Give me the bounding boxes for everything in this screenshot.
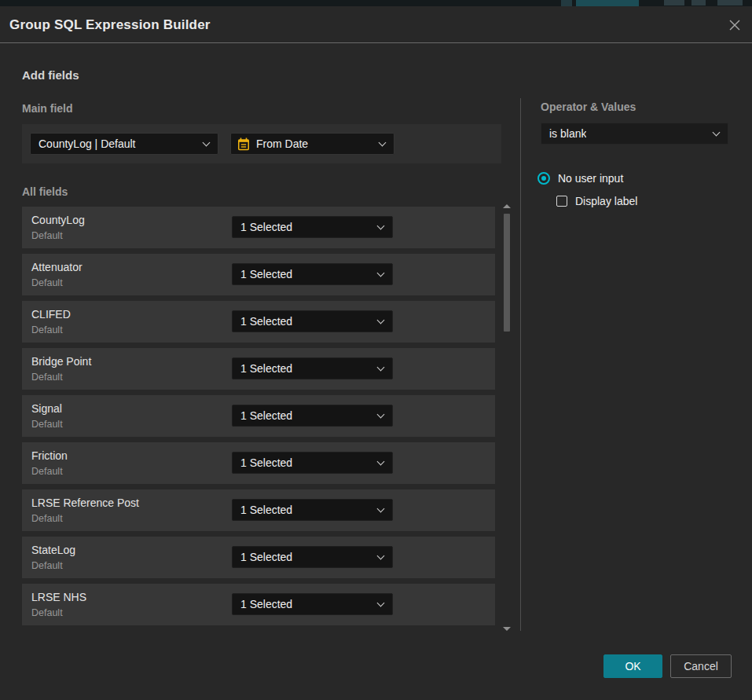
ok-button[interactable]: OK xyxy=(603,654,662,678)
field-row: Friction Default 1 Selected xyxy=(22,442,495,484)
chevron-down-icon xyxy=(379,139,387,147)
add-fields-heading: Add fields xyxy=(22,68,79,82)
field-name: Friction xyxy=(31,449,68,462)
background-fragment xyxy=(576,0,639,6)
chevron-down-icon xyxy=(377,364,385,372)
chevron-down-icon xyxy=(377,411,385,419)
chevron-down-icon xyxy=(377,269,385,277)
chevron-down-icon xyxy=(377,505,385,513)
field-selection-select[interactable]: 1 Selected xyxy=(232,546,393,568)
field-selection-select[interactable]: 1 Selected xyxy=(232,310,393,332)
main-layer-select-value: CountyLog | Default xyxy=(39,137,136,150)
background-app-strip xyxy=(0,0,752,6)
field-default-label: Default xyxy=(31,560,63,571)
field-selection-value: 1 Selected xyxy=(240,409,292,422)
chevron-down-icon xyxy=(377,552,385,560)
dialog-footer: OK Cancel xyxy=(0,654,752,678)
chevron-down-icon xyxy=(713,129,721,137)
all-fields-label: All fields xyxy=(22,185,68,198)
close-icon[interactable] xyxy=(727,17,743,33)
field-name: CLIFED xyxy=(31,308,71,321)
no-user-input-radio[interactable]: No user input xyxy=(537,172,623,185)
field-selection-select[interactable]: 1 Selected xyxy=(232,405,393,427)
background-fragment xyxy=(717,0,743,5)
checkbox-unchecked-icon xyxy=(556,196,567,207)
field-row: StateLog Default 1 Selected xyxy=(22,537,495,578)
fields-scrollbar[interactable] xyxy=(501,203,513,637)
field-default-label: Default xyxy=(31,607,63,618)
chevron-down-icon xyxy=(377,599,385,607)
chevron-down-icon xyxy=(377,222,385,230)
field-default-label: Default xyxy=(31,324,63,335)
operator-values-label: Operator & Values xyxy=(541,101,636,113)
panel-divider xyxy=(520,98,521,631)
field-name: StateLog xyxy=(31,544,75,556)
radio-label: No user input xyxy=(558,172,623,185)
radio-selected-icon xyxy=(537,172,550,185)
scroll-down-icon[interactable] xyxy=(503,627,511,631)
dialog-title: Group SQL Expression Builder xyxy=(9,6,211,43)
field-selection-value: 1 Selected xyxy=(240,598,292,610)
field-row: CLIFED Default 1 Selected xyxy=(22,301,495,343)
main-field-select[interactable]: From Date xyxy=(230,133,394,155)
operator-select-value: is blank xyxy=(549,127,586,140)
field-selection-value: 1 Selected xyxy=(240,268,292,280)
field-selection-select[interactable]: 1 Selected xyxy=(232,357,393,379)
scroll-up-icon[interactable] xyxy=(503,204,511,208)
scrollbar-thumb[interactable] xyxy=(504,214,510,332)
field-name: LRSE NHS xyxy=(31,591,86,603)
field-default-label: Default xyxy=(31,277,63,288)
main-layer-select[interactable]: CountyLog | Default xyxy=(30,133,218,155)
field-selection-select[interactable]: 1 Selected xyxy=(232,499,393,521)
field-default-label: Default xyxy=(31,513,63,524)
background-fragment xyxy=(561,0,572,6)
display-label-checkbox[interactable]: Display label xyxy=(556,195,637,207)
field-selection-value: 1 Selected xyxy=(240,551,292,563)
calendar-icon xyxy=(237,137,250,151)
field-default-label: Default xyxy=(31,372,63,383)
chevron-down-icon xyxy=(377,317,385,324)
field-selection-value: 1 Selected xyxy=(240,221,292,233)
dialog-titlebar: Group SQL Expression Builder xyxy=(0,6,752,43)
field-default-label: Default xyxy=(31,230,63,241)
field-default-label: Default xyxy=(31,419,63,430)
field-name: CountyLog xyxy=(31,214,85,226)
cancel-button[interactable]: Cancel xyxy=(670,654,732,678)
background-fragment xyxy=(664,0,684,5)
main-field-select-value: From Date xyxy=(256,137,308,150)
field-row: LRSE Reference Post Default 1 Selected xyxy=(22,489,495,531)
field-name: LRSE Reference Post xyxy=(31,497,139,509)
field-name: Signal xyxy=(31,402,62,415)
field-row: LRSE NHS Default 1 Selected xyxy=(22,584,495,625)
field-selection-value: 1 Selected xyxy=(240,362,292,375)
main-field-panel: CountyLog | Default From Date xyxy=(22,124,501,163)
field-default-label: Default xyxy=(31,466,63,477)
field-selection-value: 1 Selected xyxy=(240,315,292,328)
checkbox-label: Display label xyxy=(575,195,637,207)
operator-select[interactable]: is blank xyxy=(541,123,728,145)
field-selection-select[interactable]: 1 Selected xyxy=(232,593,393,615)
field-name: Attenuator xyxy=(31,261,83,273)
field-name: Bridge Point xyxy=(31,355,91,368)
field-selection-select[interactable]: 1 Selected xyxy=(232,263,393,285)
field-row: Signal Default 1 Selected xyxy=(22,395,495,437)
chevron-down-icon xyxy=(203,139,211,147)
field-selection-value: 1 Selected xyxy=(240,456,292,469)
main-field-label: Main field xyxy=(22,102,73,115)
chevron-down-icon xyxy=(377,458,385,466)
all-fields-list: CountyLog Default 1 Selected Attenuator … xyxy=(22,207,495,631)
field-row: Attenuator Default 1 Selected xyxy=(22,254,495,295)
group-sql-expression-builder-dialog: Group SQL Expression Builder Add fields … xyxy=(0,6,752,700)
background-fragment xyxy=(691,0,706,5)
field-row: Bridge Point Default 1 Selected xyxy=(22,348,495,390)
field-selection-value: 1 Selected xyxy=(240,504,292,516)
field-selection-select[interactable]: 1 Selected xyxy=(232,216,393,238)
field-selection-select[interactable]: 1 Selected xyxy=(232,452,393,474)
field-row: CountyLog Default 1 Selected xyxy=(22,207,495,248)
